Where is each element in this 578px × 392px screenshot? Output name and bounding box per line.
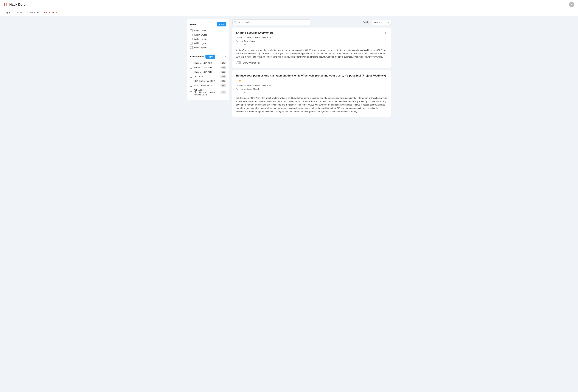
app-name: Hack Dojo (9, 2, 26, 6)
label-within-1-week: Within 1 week (194, 34, 207, 36)
checkbox-blackhat-2018[interactable] (190, 67, 192, 69)
card-1-comments-label: Show 0 Comments (243, 62, 260, 64)
sidebar: Dates Clear Within 1 day Within 1 week W… (187, 19, 229, 100)
conf-count-blackhat-2018: 118 (220, 66, 226, 69)
sort-select[interactable]: Most recent Oldest Most popular (372, 20, 391, 25)
sort-row: Sort by: Most recent Oldest Most popular (363, 20, 391, 25)
label-within-3-years: Within 3 years (194, 46, 208, 49)
nav-dropdown[interactable]: All ▾ (4, 10, 12, 16)
clear-button[interactable]: Clear (217, 22, 226, 26)
card-2-title-block: Reduce your permissions management time … (236, 74, 386, 94)
card-2-meta: Conference: Global AppSec Dublin 2023 Au… (236, 84, 386, 94)
card-2-title: Reduce your permissions management time … (236, 74, 386, 78)
conferences-section-header: Conferences Apply ✕ (190, 55, 226, 59)
label-within-1-day: Within 1 day (194, 30, 206, 32)
card-1-comments-toggle[interactable]: Show 0 Comments (236, 61, 387, 64)
conf-name-kubecon-2022: KubeCon + CloudNativeCon North America 2… (194, 89, 219, 96)
nav-dropdown-label: All (6, 12, 8, 14)
nav-bar: All ▾ Articles Conferences Presentations (0, 9, 578, 16)
conf-count-kubecon-2022: 288 (220, 91, 226, 94)
dates-title: Dates (190, 23, 196, 26)
label-within-1-month: Within 1 month (194, 38, 208, 40)
conferences-title: Conferences (190, 55, 204, 58)
dates-section-header: Dates Clear (190, 22, 226, 26)
content-area: 🔍 Sort by: Most recent Oldest Most popul… (232, 19, 391, 119)
card-1-header: Shifting Security Everywhere Conference:… (236, 31, 387, 46)
conf-count-blackhat-2019: 123 (220, 71, 226, 73)
card-2-header: Reduce your permissions management time … (236, 74, 387, 94)
search-input-wrapper: 🔍 (232, 19, 311, 25)
card-1-conference: Conference: Global AppSec Dublin 2023 (236, 36, 274, 39)
checkbox-blackhat-2021[interactable] (190, 62, 192, 64)
card-2-body: In 2019, users of the Ameli, the french … (236, 96, 387, 113)
label-within-1-year: Within 1 year (194, 42, 206, 44)
filter-within-1-week[interactable]: Within 1 week (190, 33, 226, 37)
card-1-date: 2023-02-16 (236, 43, 274, 46)
card-1-star-icon[interactable]: ★ (384, 31, 387, 35)
conf-name-blackhat-2021: BlackHat USA 2021 (194, 62, 219, 64)
search-input[interactable] (232, 19, 311, 25)
card-2-date: 2023-02-16 (236, 91, 386, 94)
card-2-star-inline[interactable]: ★ (239, 79, 241, 82)
card-1-title-block: Shifting Security Everywhere Conference:… (236, 31, 274, 46)
filter-within-1-month[interactable]: Within 1 month (190, 37, 226, 41)
close-icon[interactable]: ✕ (224, 55, 226, 58)
checkbox-within-3-years[interactable] (190, 46, 193, 49)
conf-defcon-26[interactable]: Defcon 26 113 (190, 74, 226, 79)
tab-articles[interactable]: Articles (13, 9, 25, 16)
filter-within-1-year[interactable]: Within 1 year (190, 41, 226, 45)
checkbox-within-1-day[interactable] (190, 30, 193, 32)
avatar[interactable]: M (569, 2, 574, 7)
conf-blackhat-2021[interactable]: BlackHat USA 2021 145 (190, 61, 226, 65)
conf-count-defcon-26: 113 (220, 75, 226, 78)
card-2: Reduce your permissions management time … (232, 70, 391, 117)
sort-label: Sort by: (363, 21, 370, 23)
conf-count-blackhat-2021: 145 (220, 62, 226, 64)
checkbox-rsa-2022[interactable] (190, 80, 192, 82)
conf-count-rsa-2022: 342 (220, 80, 226, 82)
section-divider (190, 52, 226, 52)
conf-name-rsa-2022: RSA Conference 2022 (194, 80, 219, 82)
conf-name-blackhat-2018: BlackHat USA 2018 (194, 66, 219, 69)
checkbox-rsa-2021[interactable] (190, 85, 192, 87)
conf-name-rsa-2021: RSA Conference 2021 (194, 84, 219, 87)
checkbox-blackhat-2019[interactable] (190, 71, 192, 73)
tab-conferences[interactable]: Conferences (25, 9, 42, 16)
filter-within-1-day[interactable]: Within 1 day (190, 29, 226, 33)
card-1-title: Shifting Security Everywhere (236, 31, 274, 35)
checkbox-within-1-week[interactable] (190, 34, 193, 36)
card-2-conference: Conference: Global AppSec Dublin 2023 (236, 84, 386, 87)
card-1-body: As AppSec pro, you may feel that marketi… (236, 48, 387, 59)
conf-rsa-2022[interactable]: RSA Conference 2022 342 (190, 79, 226, 83)
conf-blackhat-2018[interactable]: BlackHat USA 2018 118 (190, 65, 226, 70)
search-icon: 🔍 (234, 21, 237, 24)
conf-kubecon-2022[interactable]: KubeCon + CloudNativeCon North America 2… (190, 88, 226, 97)
conf-count-rsa-2021: 335 (220, 84, 226, 87)
conf-blackhat-2019[interactable]: BlackHat USA 2019 123 (190, 70, 226, 74)
tab-presentations[interactable]: Presentations (42, 9, 60, 16)
filter-within-3-years[interactable]: Within 3 years (190, 45, 226, 50)
card-1: Shifting Security Everywhere Conference:… (232, 28, 391, 68)
logo-icon: ⛩ (4, 2, 8, 7)
card-2-authors: Authors: Marine du Mesnil (236, 87, 386, 91)
search-bar-row: 🔍 Sort by: Most recent Oldest Most popul… (232, 19, 391, 25)
chevron-down-icon: ▾ (9, 12, 10, 14)
checkbox-defcon-26[interactable] (190, 76, 192, 78)
main-content: Dates Clear Within 1 day Within 1 week W… (184, 16, 394, 122)
conf-rsa-2021[interactable]: RSA Conference 2021 335 (190, 83, 226, 88)
logo: ⛩ Hack Dojo (4, 2, 26, 7)
card-1-authors: Authors: Tanya Janca (236, 39, 274, 43)
checkbox-within-1-month[interactable] (190, 38, 193, 40)
header-left: ⛩ Hack Dojo (4, 2, 26, 7)
header: ⛩ Hack Dojo M (0, 0, 578, 9)
conf-name-defcon-26: Defcon 26 (194, 75, 219, 78)
toggle-icon-1[interactable] (236, 61, 241, 64)
checkbox-within-1-year[interactable] (190, 42, 193, 44)
apply-button[interactable]: Apply (205, 55, 215, 59)
conf-name-blackhat-2019: BlackHat USA 2019 (194, 71, 219, 73)
card-1-meta: Conference: Global AppSec Dublin 2023 Au… (236, 36, 274, 46)
checkbox-kubecon-2022[interactable] (190, 91, 192, 93)
